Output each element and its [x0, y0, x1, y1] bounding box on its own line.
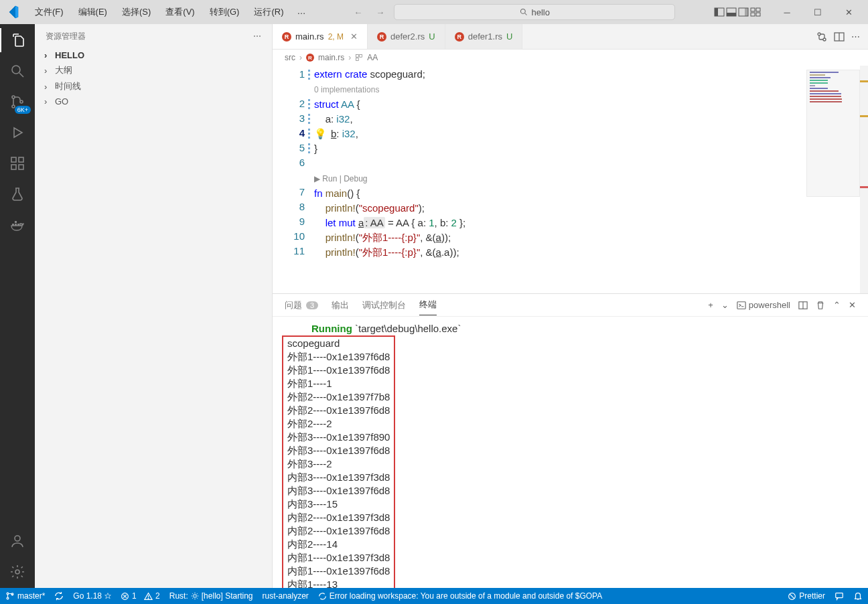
activity-testing-icon[interactable]	[8, 185, 27, 204]
activity-account-icon[interactable]	[8, 532, 27, 550]
layout-right-icon[interactable]	[738, 7, 749, 17]
menu-file[interactable]: 文件(F)	[28, 3, 70, 21]
activity-settings-icon[interactable]	[8, 562, 27, 581]
tree-outline[interactable]: ›大纲	[35, 62, 272, 78]
tab-defer1-rs[interactable]: R defer1.rs U	[445, 24, 523, 49]
layout-customize-icon[interactable]	[750, 7, 761, 17]
sidebar-more-icon[interactable]: ⋯	[253, 31, 261, 41]
terminal-dropdown-icon[interactable]: ⌄	[721, 300, 729, 310]
activity-debug-icon[interactable]	[8, 123, 27, 142]
svg-rect-8	[751, 8, 755, 11]
rust-file-icon: R	[306, 54, 314, 62]
codelens-run[interactable]: ▶ Run | Debug	[314, 174, 368, 183]
breadcrumb-item[interactable]: src	[285, 53, 295, 62]
tree-folder-hello[interactable]: ›HELLO	[35, 48, 272, 62]
breadcrumb[interactable]: src › R main.rs › AA	[273, 50, 868, 66]
menu-run[interactable]: 运行(R)	[247, 3, 290, 21]
svg-rect-34	[356, 58, 359, 61]
svg-rect-21	[19, 165, 23, 169]
tree-timeline[interactable]: ›时间线	[35, 78, 272, 94]
status-problems[interactable]: 1 2	[121, 591, 160, 601]
svg-line-13	[19, 73, 23, 77]
menu-go[interactable]: 转到(G)	[203, 3, 246, 21]
svg-rect-3	[715, 8, 718, 16]
editor-more-icon[interactable]: ⋯	[851, 31, 860, 42]
window-minimize[interactable]: ─	[773, 3, 801, 21]
tree-label: HELLO	[55, 50, 84, 60]
compare-icon[interactable]	[816, 31, 827, 42]
activity-explorer-icon[interactable]	[8, 31, 27, 50]
terminal[interactable]: Running `target\debug\hello.exe` scopegu…	[273, 317, 868, 588]
svg-point-12	[12, 66, 20, 74]
line-gutter: 1 2 3 4 5 6 7 8 9 10 11	[273, 66, 314, 293]
panel-tab-debug-console[interactable]: 调试控制台	[362, 295, 406, 315]
layout-left-icon[interactable]	[714, 7, 725, 17]
window-close[interactable]: ✕	[835, 3, 863, 21]
problems-count: 3	[306, 301, 318, 309]
command-center[interactable]: hello	[394, 4, 675, 20]
menu-view[interactable]: 查看(V)	[159, 3, 201, 21]
split-editor-icon[interactable]	[834, 31, 845, 42]
status-sync-icon[interactable]	[54, 591, 64, 601]
editor-area: R main.rs 2, M ✕ R defer2.rs U R defer1.…	[273, 24, 868, 588]
menu-more[interactable]: …	[291, 3, 311, 21]
terminal-kill-icon[interactable]	[816, 301, 825, 310]
terminal-cmd: `target\debug\hello.exe`	[355, 323, 461, 334]
tab-main-rs[interactable]: R main.rs 2, M ✕	[273, 24, 368, 49]
activity-scm-icon[interactable]: 6K+	[8, 92, 27, 111]
code-editor[interactable]: 1 2 3 4 5 6 7 8 9 10 11 extern crate sco…	[273, 66, 868, 293]
svg-point-27	[15, 570, 19, 574]
tree-label: 时间线	[55, 80, 81, 92]
nav-back-icon[interactable]: ←	[350, 6, 366, 19]
scm-badge: 6K+	[15, 106, 31, 114]
status-go-version[interactable]: Go 1.18	[73, 591, 111, 601]
status-bar: master* Go 1.18 1 2 Rust: [hello] Starti…	[0, 588, 868, 604]
panel-close-icon[interactable]: ✕	[849, 300, 856, 310]
status-prettier[interactable]: Prettier	[788, 591, 825, 601]
activity-extensions-icon[interactable]	[8, 154, 27, 173]
svg-rect-20	[11, 165, 16, 169]
minimap[interactable]	[806, 70, 860, 197]
layout-bottom-icon[interactable]	[726, 7, 737, 17]
command-center-text: hello	[532, 7, 550, 17]
breadcrumb-item[interactable]: main.rs	[318, 53, 344, 62]
status-feedback-icon[interactable]	[835, 591, 844, 601]
window-maximize[interactable]: ☐	[804, 3, 832, 21]
activity-docker-icon[interactable]	[8, 216, 27, 234]
terminal-new-icon[interactable]: +	[708, 300, 713, 310]
codelens-impl[interactable]: 0 implementations	[314, 85, 379, 94]
menu-selection[interactable]: 选择(S)	[115, 3, 157, 21]
main-area: 6K+ 资源管理器 ⋯ ›HELLO ›大纲 ›时间线 ›GO R main.r…	[0, 24, 868, 588]
activity-search-icon[interactable]	[8, 62, 27, 80]
panel-tab-output[interactable]: 输出	[332, 295, 349, 315]
tree-go[interactable]: ›GO	[35, 94, 272, 108]
svg-point-26	[15, 536, 20, 541]
panel-tab-problems[interactable]: 问题3	[285, 295, 318, 315]
tab-defer2-rs[interactable]: R defer2.rs U	[368, 24, 445, 49]
status-rust[interactable]: Rust: [hello] Starting	[169, 591, 253, 601]
svg-point-16	[20, 100, 23, 103]
tab-close-icon[interactable]: ✕	[350, 31, 358, 42]
svg-rect-49	[836, 593, 843, 598]
breadcrumb-item[interactable]: AA	[367, 53, 378, 62]
svg-point-39	[7, 597, 9, 599]
status-bell-icon[interactable]	[853, 591, 863, 601]
code-content[interactable]: extern crate scopeguard; 0 implementatio…	[314, 66, 868, 293]
status-analyzer[interactable]: rust-analyzer	[263, 591, 309, 601]
nav-forward-icon[interactable]: →	[372, 6, 388, 19]
svg-rect-5	[727, 13, 736, 16]
editor-scrollbar[interactable]	[860, 66, 868, 293]
svg-rect-33	[360, 55, 362, 58]
svg-rect-19	[19, 157, 23, 162]
status-branch[interactable]: master*	[5, 591, 45, 601]
status-workspace-error[interactable]: Error loading workspace: You are outside…	[318, 591, 602, 601]
menu-bar: 文件(F) 编辑(E) 选择(S) 查看(V) 转到(G) 运行(R) …	[28, 3, 311, 21]
panel-maximize-icon[interactable]: ⌃	[833, 300, 841, 310]
panel-tab-terminal[interactable]: 终端	[419, 295, 437, 315]
terminal-profile[interactable]: powershell	[737, 300, 790, 310]
lightbulb-icon[interactable]: 💡	[314, 128, 327, 139]
vscode-logo-icon	[5, 5, 19, 19]
menu-edit[interactable]: 编辑(E)	[72, 3, 114, 21]
svg-rect-9	[756, 8, 760, 11]
terminal-split-icon[interactable]	[798, 301, 808, 310]
